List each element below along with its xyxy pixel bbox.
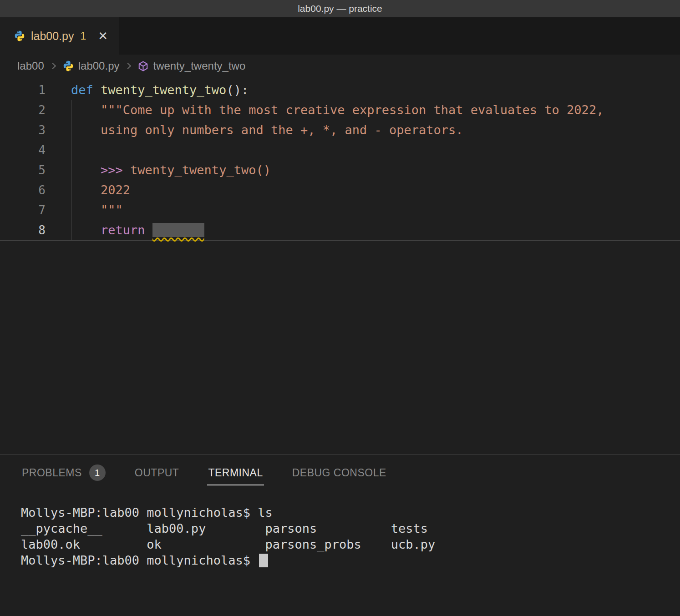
line-number: 6 (0, 180, 46, 200)
token-str: 2022 (71, 183, 130, 197)
line-number: 8 (0, 220, 46, 240)
panel-tab-label: DEBUG CONSOLE (292, 467, 386, 479)
code-line-2[interactable]: 2 """Come up with the most creative expr… (0, 100, 680, 120)
code-line-1[interactable]: 1def twenty_twenty_two(): (0, 80, 680, 100)
code-line-5[interactable]: 5 >>> twenty_twenty_two() (0, 160, 680, 180)
terminal-line: Mollys-MBP:lab00 mollynicholas$ (21, 552, 680, 568)
terminal-text: lab00.ok ok parsons_probs ucb.py (21, 537, 435, 551)
terminal-text: Mollys-MBP:lab00 mollynicholas$ ls (21, 505, 273, 520)
indent-guide (71, 120, 71, 140)
terminal[interactable]: Mollys-MBP:lab00 mollynicholas$ ls__pyca… (0, 494, 680, 568)
tab-label: lab00.py (31, 30, 74, 43)
code-text: return (71, 220, 204, 240)
line-number: 7 (0, 200, 46, 220)
code-text: >>> twenty_twenty_two() (71, 160, 271, 180)
indent-guide (71, 140, 71, 160)
token-kw2: return (71, 223, 152, 237)
code-text: """ (71, 200, 123, 220)
line-number: 1 (0, 80, 46, 100)
chevron-right-icon (50, 63, 56, 69)
panel-tab-label: PROBLEMS (22, 467, 82, 479)
code-text: def twenty_twenty_two(): (71, 80, 249, 100)
token-str: using only numbers and the +, *, and - o… (71, 123, 463, 137)
terminal-line: lab00.ok ok parsons_probs ucb.py (21, 536, 680, 552)
code-text: """Come up with the most creative expres… (71, 100, 604, 120)
code-line-3[interactable]: 3 using only numbers and the +, *, and -… (0, 120, 680, 140)
selected-region-with-warning-squiggle (152, 223, 204, 237)
token-prompt: >>> (101, 163, 130, 177)
breadcrumb-item-lab00[interactable]: lab00 (17, 60, 44, 72)
close-tab-icon[interactable]: ✕ (98, 29, 108, 43)
breadcrumb: lab00lab00.pytwenty_twenty_two (0, 55, 680, 77)
python-icon (62, 60, 74, 72)
panel-tab-label: OUTPUT (135, 467, 179, 479)
terminal-text: Mollys-MBP:lab00 mollynicholas$ (21, 553, 258, 567)
indent-guide (71, 220, 71, 240)
code-line-7[interactable]: 7 """ (0, 200, 680, 220)
indent-guide (71, 180, 71, 200)
panel-tab-terminal[interactable]: TERMINAL (207, 463, 264, 485)
token-kw: def (71, 83, 101, 97)
problems-count-badge: 1 (89, 465, 106, 481)
token-str: """ (71, 203, 123, 217)
panel-tab-debug-console[interactable]: DEBUG CONSOLE (291, 463, 387, 485)
line-number: 5 (0, 160, 46, 180)
breadcrumb-label: lab00.py (78, 60, 120, 72)
token-str: """Come up with the most creative expres… (71, 103, 604, 117)
code-text: 2022 (71, 180, 130, 200)
terminal-line: __pycache__ lab00.py parsons tests (21, 520, 680, 536)
panel-tab-bar: PROBLEMS1OUTPUTTERMINALDEBUG CONSOLE (0, 454, 680, 494)
code-editor[interactable]: 1def twenty_twenty_two():2 """Come up wi… (0, 77, 680, 454)
indent-guide (71, 100, 71, 120)
window-title: lab00.py — practice (298, 3, 382, 14)
python-icon (14, 30, 25, 42)
token-pl: (): (226, 83, 249, 97)
breadcrumb-label: twenty_twenty_two (153, 60, 245, 72)
terminal-cursor (259, 554, 268, 567)
token-pl (71, 163, 101, 177)
vscode-window: lab00.py — practice lab00.py 1 ✕ lab00la… (0, 0, 680, 616)
code-line-4[interactable]: 4 (0, 140, 680, 160)
line-number: 2 (0, 100, 46, 120)
tab-bar: lab00.py 1 ✕ (0, 17, 680, 55)
tab-lab00-py[interactable]: lab00.py 1 ✕ (0, 17, 119, 55)
code-line-8[interactable]: 8 return (0, 220, 680, 240)
chevron-right-icon (125, 63, 131, 69)
line-number: 3 (0, 120, 46, 140)
line-number: 4 (0, 140, 46, 160)
token-fn: twenty_twenty_two (101, 83, 226, 97)
terminal-line: Mollys-MBP:lab00 mollynicholas$ ls (21, 505, 680, 520)
indent-guide (71, 160, 71, 180)
symbol-method-icon (137, 61, 149, 72)
tab-problem-count: 1 (81, 30, 86, 42)
breadcrumb-item-lab00.py[interactable]: lab00.py (62, 60, 120, 72)
panel-tab-label: TERMINAL (208, 467, 263, 479)
code-text: using only numbers and the +, *, and - o… (71, 120, 463, 140)
breadcrumb-item-twenty_twenty_two[interactable]: twenty_twenty_two (137, 60, 245, 72)
code-line-6[interactable]: 6 2022 (0, 180, 680, 200)
indent-guide (71, 200, 71, 220)
title-bar: lab00.py — practice (0, 0, 680, 17)
token-str: twenty_twenty_two() (130, 163, 271, 177)
terminal-text: __pycache__ lab00.py parsons tests (21, 521, 428, 535)
bottom-panel: PROBLEMS1OUTPUTTERMINALDEBUG CONSOLE Mol… (0, 454, 680, 616)
breadcrumb-label: lab00 (17, 60, 44, 72)
panel-tab-problems[interactable]: PROBLEMS1 (21, 461, 107, 487)
panel-tab-output[interactable]: OUTPUT (134, 463, 180, 485)
